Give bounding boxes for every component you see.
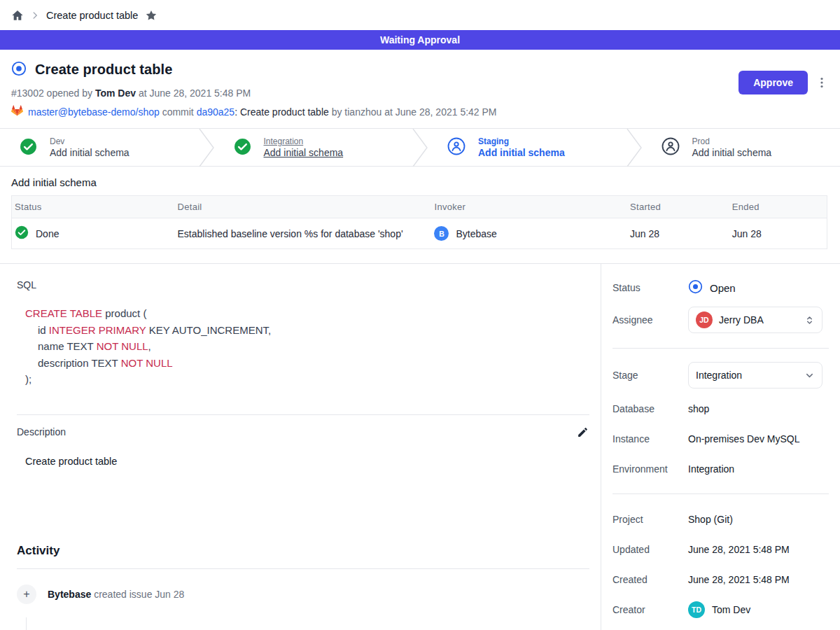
instance-value: On-premises Dev MySQL xyxy=(688,433,799,444)
project-value[interactable]: Shop (Git) xyxy=(688,514,733,525)
assignee-row: Assignee JD Jerry DBA xyxy=(612,306,829,334)
breadcrumb-page-title[interactable]: Create product table xyxy=(46,10,138,21)
issue-id: #13002 opened by xyxy=(11,88,92,99)
section-divider xyxy=(17,568,589,569)
commit-message: : Create product table xyxy=(234,106,329,118)
commit-author-time: by tianzhou at June 28, 2021 5:42 PM xyxy=(329,106,497,118)
sql-keyword: INTEGER PRIMARY xyxy=(49,324,146,336)
column-header-detail: Detail xyxy=(175,196,432,218)
sql-statement: CREATE TABLE product ( id INTEGER PRIMAR… xyxy=(17,305,591,388)
issue-sidebar: Status Open Assignee JD Jerry DBA xyxy=(601,264,840,630)
pending-person-icon xyxy=(447,137,465,158)
sql-keyword: NOT NULL xyxy=(121,357,173,369)
sql-text: KEY AUTO_INCREMENT, xyxy=(146,324,271,336)
stage-pipeline: Dev Add initial schema Integration Add i… xyxy=(0,128,840,167)
check-circle-icon xyxy=(20,138,37,158)
status-value: Open xyxy=(710,282,736,294)
creator-row: Creator TD Tom Dev xyxy=(612,594,829,624)
stage-row: Stage Integration xyxy=(612,361,829,389)
status-open-icon xyxy=(688,279,703,296)
creator-label: Creator xyxy=(612,604,688,615)
sidebar-divider xyxy=(612,493,829,494)
breadcrumb: Create product table xyxy=(0,0,840,30)
column-header-started: Started xyxy=(627,196,729,218)
updated-row: Updated June 28, 2021 5:48 PM xyxy=(612,534,829,564)
more-actions-button[interactable] xyxy=(813,74,830,92)
issue-author: Tom Dev xyxy=(95,88,136,99)
task-table: Status Detail Invoker Started Ended Done xyxy=(11,195,827,249)
task-invoker: Bytebase xyxy=(456,228,496,239)
column-header-invoker: Invoker xyxy=(431,196,627,218)
pending-person-icon xyxy=(662,137,680,158)
home-icon[interactable] xyxy=(11,9,24,22)
status-banner: Waiting Approval xyxy=(0,30,840,50)
section-divider xyxy=(17,414,589,415)
gitlab-icon xyxy=(11,105,23,118)
stage-task-label: Add initial schema xyxy=(692,147,772,158)
stage-env-label: Dev xyxy=(50,136,130,146)
database-row: Database shop xyxy=(612,393,829,424)
issue-detail-panel: SQL CREATE TABLE product ( id INTEGER PR… xyxy=(0,264,601,630)
branch-repo-link[interactable]: master@bytebase-demo/shop xyxy=(28,106,160,118)
issue-open-icon xyxy=(11,61,27,78)
sql-text: ); xyxy=(25,373,31,385)
sql-text: description TEXT xyxy=(38,357,121,369)
status-label: Status xyxy=(612,282,688,293)
stage-integration[interactable]: Integration Add initial schema xyxy=(214,129,413,166)
stage-dev[interactable]: Dev Add initial schema xyxy=(0,129,199,166)
stage-label: Stage xyxy=(612,370,688,381)
stage-env-label: Prod xyxy=(692,136,772,146)
assignee-select[interactable]: JD Jerry DBA xyxy=(688,307,822,333)
page-title: Create product table xyxy=(35,62,172,78)
environment-value: Integration xyxy=(688,463,734,475)
database-value[interactable]: shop xyxy=(688,403,709,414)
stage-select[interactable]: Integration xyxy=(688,362,822,388)
created-label: Created xyxy=(612,574,688,585)
commit-word: commit xyxy=(160,106,197,118)
task-table-header-row: Status Detail Invoker Started Ended xyxy=(12,196,827,218)
status-row: Status Open xyxy=(612,274,829,302)
stage-value: Integration xyxy=(696,370,798,381)
activity-actor: Bytebase xyxy=(48,589,91,600)
activity-timeline-line xyxy=(26,617,27,630)
banner-text: Waiting Approval xyxy=(380,34,460,46)
stage-task-label: Add initial schema xyxy=(50,147,130,158)
created-row: Created June 28, 2021 5:48 PM xyxy=(612,564,829,594)
invoker-avatar: B xyxy=(434,226,449,241)
stage-staging[interactable]: Staging Add initial schema xyxy=(428,129,626,166)
task-detail: Established baseline version %s for data… xyxy=(175,218,432,249)
commit-info: master@bytebase-demo/shop commit da90a25… xyxy=(11,105,829,118)
edit-description-button[interactable] xyxy=(575,424,591,440)
table-row[interactable]: Done Established baseline version %s for… xyxy=(12,218,827,249)
created-value: June 28, 2021 5:48 PM xyxy=(688,574,790,585)
stage-separator-icon xyxy=(199,129,214,166)
description-label: Description xyxy=(17,426,66,438)
commit-hash-link[interactable]: da90a25 xyxy=(197,106,235,118)
instance-row: Instance On-premises Dev MySQL xyxy=(612,424,829,454)
activity-action: created issue Jun 28 xyxy=(91,589,184,600)
stage-separator-icon xyxy=(626,129,642,166)
environment-label: Environment xyxy=(612,463,688,475)
stage-task-label: Add initial schema xyxy=(264,147,344,158)
instance-label: Instance xyxy=(612,433,688,444)
stage-separator-icon xyxy=(412,129,428,166)
bytebase-issue-page: Create product table Waiting Approval Cr… xyxy=(0,0,840,630)
stage-env-label: Staging xyxy=(478,136,565,146)
sql-text: , xyxy=(148,340,151,352)
done-check-icon xyxy=(15,225,29,241)
assignee-value: Jerry DBA xyxy=(719,314,798,326)
sql-text: product ( xyxy=(102,307,146,319)
task-section-title: Add initial schema xyxy=(11,176,827,188)
avatar: TD xyxy=(688,601,705,618)
approve-button[interactable]: Approve xyxy=(738,71,808,94)
task-started: Jun 28 xyxy=(627,218,729,249)
description-content[interactable]: Create product table xyxy=(17,456,591,467)
database-label: Database xyxy=(612,403,688,414)
column-header-status: Status xyxy=(12,196,175,218)
column-header-ended: Ended xyxy=(729,196,827,218)
stage-prod[interactable]: Prod Add initial schema xyxy=(642,129,840,166)
favorite-star-icon[interactable] xyxy=(145,9,158,22)
issue-meta: #13002 opened by Tom Dev at June 28, 202… xyxy=(11,88,829,99)
sql-text: name TEXT xyxy=(38,340,97,352)
breadcrumb-chevron-icon xyxy=(31,11,39,20)
